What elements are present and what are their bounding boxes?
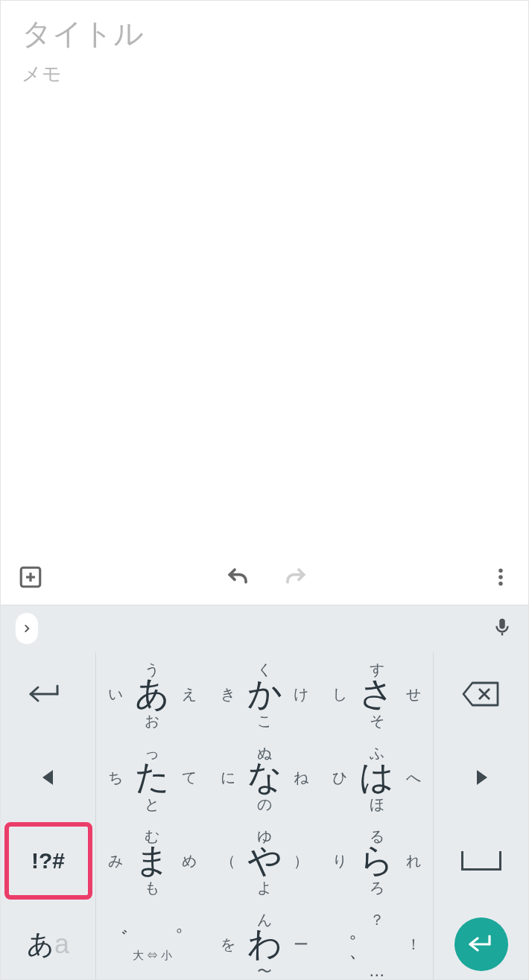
keyboard-row-3: !?# む み ま め も ゆ （ や ） よ る り ら れ ろ [1,819,528,903]
space-key[interactable] [433,819,528,903]
size-toggle-label: 大 ⇔ 小 [133,949,172,961]
mode-kana-label: あ [27,926,54,963]
keyboard-row-2: っ ち た て と ぬ に な ね の ふ ひ は へ ほ [1,736,528,819]
keyboard-row-4: あa ゛ ゜ 大 ⇔ 小 ん を わ ー 〜 ？ ！ 。 、 … [1,903,528,980]
redo-icon[interactable] [280,562,310,592]
enter-key[interactable] [433,903,528,980]
kana-main: あ [135,671,170,717]
punct-sub: … [369,963,385,979]
svg-marker-12 [477,770,487,785]
flick-left: い [108,684,123,704]
body-input[interactable] [22,61,507,530]
kana-key-na[interactable]: ぬ に な ね の [209,736,321,819]
cursor-right-key[interactable] [433,736,528,819]
flick-right: え [182,684,197,704]
input-mode-key[interactable]: あa [1,903,96,980]
symbols-key[interactable]: !?# [1,819,96,903]
kana-key-ma[interactable]: む み ま め も [96,819,209,903]
svg-point-4 [498,575,503,579]
add-box-icon[interactable] [17,564,44,591]
kana-key-a[interactable]: う い あ え お [96,652,209,736]
kana-key-ha[interactable]: ふ ひ は へ ほ [320,736,433,819]
backspace-key[interactable] [433,652,528,736]
kana-key-sa[interactable]: す し さ せ そ [320,652,433,736]
punctuation-key[interactable]: ？ ！ 。 、 … [320,903,433,980]
svg-rect-6 [501,632,504,635]
enter-button-circle [454,917,508,971]
kana-key-ka[interactable]: く き か け こ [209,652,321,736]
kana-key-ya[interactable]: ゆ （ や ） よ [209,819,321,903]
cursor-back-key[interactable] [1,652,96,736]
flick-down: お [145,711,159,731]
kana-key-wa[interactable]: ん を わ ー 〜 [209,903,321,980]
symbols-key-highlight: !?# [4,822,92,900]
keyboard-suggestion-bar [1,605,528,651]
title-input[interactable] [22,17,507,51]
cursor-left-key[interactable] [1,736,96,819]
symbols-key-label: !?# [31,848,65,874]
suggestion-expand-button[interactable] [16,613,38,644]
space-icon [461,851,501,871]
more-vert-icon[interactable] [490,564,512,591]
dakuten-marks: ゛ ゜ [107,929,197,949]
kana-key-ra[interactable]: る り ら れ ろ [320,819,433,903]
mode-alpha-label: a [54,929,69,960]
svg-point-5 [498,582,503,586]
keyboard-row-1: う い あ え お く き か け こ す し さ せ そ [1,652,528,736]
svg-marker-11 [42,770,53,785]
dakuten-key[interactable]: ゛ ゜ 大 ⇔ 小 [96,903,209,980]
note-editor [1,1,528,550]
svg-point-3 [498,569,503,573]
kana-key-ta[interactable]: っ ち た て と [96,736,209,819]
japanese-keyboard: う い あ え お く き か け こ す し さ せ そ [1,651,528,980]
bottom-toolbar [1,550,528,605]
punct-main: 。 、 [349,921,405,960]
undo-icon[interactable] [224,562,253,592]
mic-icon[interactable] [491,614,513,643]
